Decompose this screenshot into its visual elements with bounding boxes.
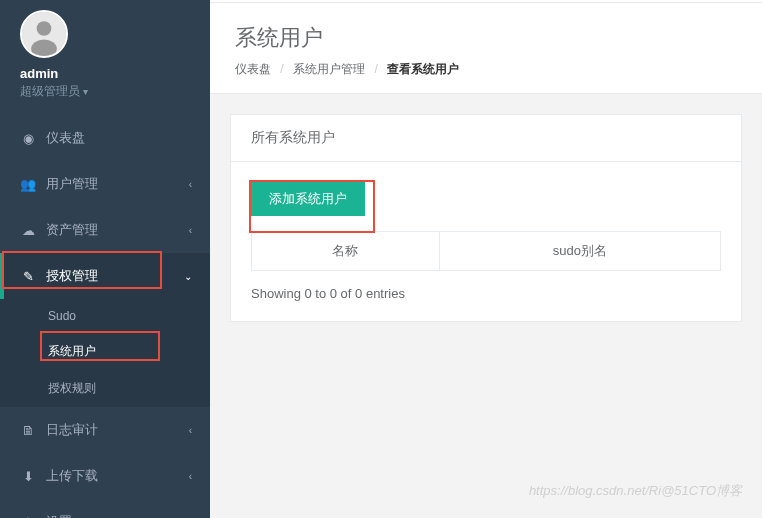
users-table: 名称 sudo别名: [251, 231, 721, 271]
chevron-left-icon: ‹: [189, 225, 192, 236]
subnav-auth: Sudo 系统用户 授权规则: [0, 299, 210, 407]
content-area: 所有系统用户 添加系统用户 名称 sudo别名 Showing 0 to 0 o…: [210, 94, 762, 342]
nav-dashboard[interactable]: ◉ 仪表盘: [0, 115, 210, 161]
subnav-sudo[interactable]: Sudo: [0, 299, 210, 333]
nav-upload-download[interactable]: ⬇ 上传下载 ‹: [0, 453, 210, 499]
page-header: 系统用户 仪表盘 / 系统用户管理 / 查看系统用户: [210, 3, 762, 94]
edit-icon: ✎: [20, 268, 36, 284]
page-title: 系统用户: [235, 23, 737, 53]
panel-body: 添加系统用户 名称 sudo别名 Showing 0 to 0 of 0 ent…: [231, 162, 741, 321]
main-content: 系统用户 仪表盘 / 系统用户管理 / 查看系统用户 所有系统用户 添加系统用户…: [210, 0, 762, 518]
breadcrumb: 仪表盘 / 系统用户管理 / 查看系统用户: [235, 61, 737, 78]
svg-point-1: [37, 21, 52, 36]
nav-log-audit[interactable]: 🗎 日志审计 ‹: [0, 407, 210, 453]
nav-label: 日志审计: [46, 421, 98, 439]
chevron-left-icon: ‹: [189, 425, 192, 436]
table-header-row: 名称 sudo别名: [252, 232, 721, 271]
nav-label: 仪表盘: [46, 129, 85, 147]
nav-asset-mgmt[interactable]: ☁ 资产管理 ‹: [0, 207, 210, 253]
col-sudo-alias: sudo别名: [439, 232, 720, 271]
table-info: Showing 0 to 0 of 0 entries: [251, 286, 721, 301]
nav-auth-mgmt[interactable]: ✎ 授权管理 ⌄: [0, 253, 210, 299]
nav-label: 资产管理: [46, 221, 98, 239]
panel-title: 所有系统用户: [231, 115, 741, 162]
chevron-down-icon: ⌄: [184, 271, 192, 282]
nav-label: 设置: [46, 513, 72, 518]
panel: 所有系统用户 添加系统用户 名称 sudo别名 Showing 0 to 0 o…: [230, 114, 742, 322]
nav-settings[interactable]: ⚙ 设置: [0, 499, 210, 518]
chevron-left-icon: ‹: [189, 179, 192, 190]
col-name: 名称: [252, 232, 440, 271]
file-icon: 🗎: [20, 422, 36, 438]
subnav-system-user[interactable]: 系统用户: [0, 333, 210, 370]
subnav-auth-rule[interactable]: 授权规则: [0, 370, 210, 407]
dashboard-icon: ◉: [20, 130, 36, 146]
breadcrumb-current: 查看系统用户: [387, 62, 459, 76]
username: admin: [20, 66, 190, 81]
svg-point-2: [31, 40, 57, 58]
avatar[interactable]: [20, 10, 68, 58]
nav-user-mgmt[interactable]: 👥 用户管理 ‹: [0, 161, 210, 207]
nav-label: 用户管理: [46, 175, 98, 193]
cloud-icon: ☁: [20, 222, 36, 238]
users-icon: 👥: [20, 176, 36, 192]
add-system-user-button[interactable]: 添加系统用户: [251, 182, 365, 216]
breadcrumb-item[interactable]: 系统用户管理: [293, 62, 365, 76]
breadcrumb-item[interactable]: 仪表盘: [235, 62, 271, 76]
sidebar: admin 超级管理员 ◉ 仪表盘 👥 用户管理 ‹ ☁ 资产管理 ‹ ✎ 授权…: [0, 0, 210, 518]
nav-label: 上传下载: [46, 467, 98, 485]
user-role[interactable]: 超级管理员: [20, 83, 190, 100]
nav-menu: ◉ 仪表盘 👥 用户管理 ‹ ☁ 资产管理 ‹ ✎ 授权管理 ⌄ Sudo 系统…: [0, 115, 210, 518]
download-icon: ⬇: [20, 468, 36, 484]
cogs-icon: ⚙: [20, 514, 36, 518]
chevron-left-icon: ‹: [189, 471, 192, 482]
nav-label: 授权管理: [46, 267, 98, 285]
user-profile: admin 超级管理员: [0, 0, 210, 115]
